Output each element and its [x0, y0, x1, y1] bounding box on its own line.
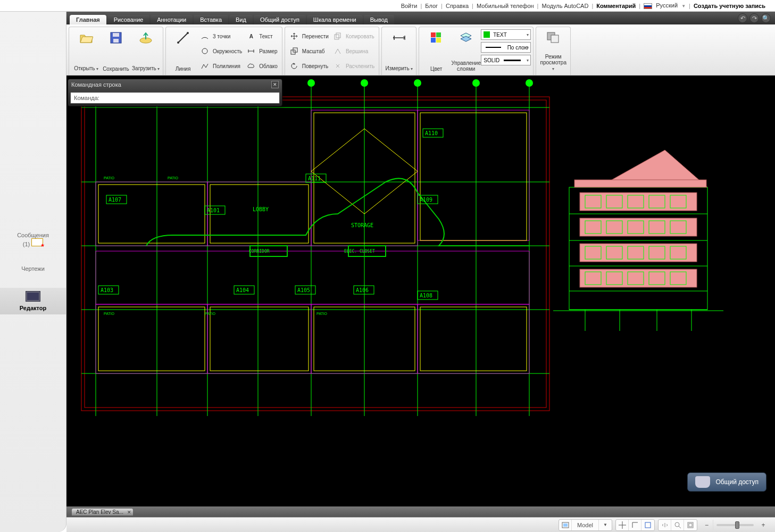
tab-insert[interactable]: Вставка	[194, 15, 228, 24]
chevron-down-icon: ▼	[681, 4, 686, 9]
command-window[interactable]: Командная строка ✕ Команда:	[68, 79, 282, 106]
zoom-out-button[interactable]: −	[701, 520, 713, 530]
svg-point-6	[187, 32, 189, 34]
measure-button[interactable]: Измерить	[384, 29, 414, 73]
line-button[interactable]: Линия	[168, 29, 198, 73]
svg-text:STORAGE: STORAGE	[351, 222, 373, 228]
svg-text:PATIO: PATIO	[316, 312, 328, 315]
explode-icon	[333, 62, 343, 70]
polyline-button[interactable]: Полилиния	[198, 61, 244, 71]
tab-drawing[interactable]: Рисование	[107, 15, 149, 24]
open-button[interactable]: Открыть	[71, 29, 101, 73]
search-button[interactable]: 🔍	[761, 13, 771, 23]
ortho-icon[interactable]	[629, 520, 641, 530]
zoom-extents-icon[interactable]	[684, 520, 697, 530]
command-window-title: Командная строка	[71, 81, 121, 88]
autocad-plugin-link[interactable]: Модуль AutoCAD	[541, 3, 588, 9]
svg-point-39	[361, 79, 368, 87]
svg-text:A109: A109	[420, 197, 432, 203]
cloud-button[interactable]: Облако	[244, 61, 280, 71]
feedback-link[interactable]: Комментарий	[596, 3, 636, 9]
svg-rect-19	[85, 100, 546, 408]
view-mode-icon	[547, 30, 560, 45]
linetype-select[interactable]: По слою	[481, 42, 531, 53]
tab-share[interactable]: Общий доступ	[254, 15, 306, 24]
zoom-slider[interactable]	[716, 524, 754, 526]
svg-rect-12	[431, 32, 436, 37]
svg-rect-2	[113, 39, 119, 43]
close-tab-icon[interactable]: ✕	[127, 510, 131, 515]
osnap-icon[interactable]	[641, 520, 654, 530]
zoom-thumb[interactable]	[735, 521, 739, 529]
ribbon-tabs: Главная Рисование Аннотации Вставка Вид …	[66, 12, 775, 24]
tab-home[interactable]: Главная	[70, 15, 106, 24]
crosshair-icon[interactable]	[616, 520, 629, 530]
drawing-canvas[interactable]: Командная строка ✕ Команда:	[66, 76, 775, 506]
share-overlay-button[interactable]: Общий доступ	[687, 472, 766, 492]
tab-annotations[interactable]: Аннотации	[151, 15, 193, 24]
svg-line-4	[178, 33, 188, 43]
text-button[interactable]: A Текст	[244, 31, 280, 41]
floppy-icon	[110, 30, 122, 45]
svg-text:CORRIDOR: CORRIDOR	[249, 249, 270, 254]
zoom-in-button[interactable]: +	[757, 520, 770, 530]
model-space-selector[interactable]: Model ▼	[559, 519, 612, 531]
command-input[interactable]: Команда:	[70, 92, 280, 104]
measure-icon	[392, 30, 406, 45]
scale-button[interactable]: Масштаб	[287, 46, 331, 56]
close-icon[interactable]: ✕	[271, 81, 279, 88]
svg-text:PATIO: PATIO	[104, 312, 115, 315]
circle-icon	[200, 47, 210, 55]
login-link[interactable]: Войти	[401, 3, 418, 9]
rotate-button[interactable]: Повернуть	[287, 61, 331, 71]
redo-button[interactable]: ↷	[749, 13, 759, 23]
lineweight-select[interactable]: SOLID	[481, 55, 531, 65]
ribbon-group-draw: Линия 3 точки Окружность	[165, 27, 282, 75]
copy-button: Копировать	[331, 31, 377, 41]
move-button[interactable]: Перенести	[287, 31, 331, 41]
color-button[interactable]: Цвет	[421, 29, 451, 73]
chevron-down-icon[interactable]: ▼	[599, 520, 612, 530]
help-link[interactable]: Справка	[446, 3, 469, 9]
svg-rect-131	[645, 522, 651, 528]
svg-rect-11	[336, 33, 340, 38]
sidebar-drawings[interactable]: Чертежи	[21, 263, 45, 272]
mail-icon	[31, 238, 43, 246]
layer-select[interactable]: TEXT	[481, 29, 531, 40]
create-account-link[interactable]: Создать учетную запись	[694, 3, 765, 9]
svg-text:PATIO: PATIO	[104, 176, 115, 180]
folder-open-icon	[79, 30, 93, 45]
sidebar-editor[interactable]: Редактор	[0, 288, 66, 314]
svg-point-40	[414, 79, 421, 87]
svg-text:A103: A103	[101, 287, 113, 293]
upload-button[interactable]: Загрузить	[131, 29, 161, 73]
pan-icon[interactable]	[659, 520, 671, 530]
blog-link[interactable]: Блог	[425, 3, 438, 9]
layers-button[interactable]: Управлениеслоями	[451, 29, 481, 73]
circle-button[interactable]: Окружность	[198, 46, 244, 56]
svg-rect-14	[431, 38, 436, 43]
save-button[interactable]: Сохранить	[101, 29, 131, 73]
person-icon	[695, 476, 710, 488]
zoom-window-icon[interactable]	[671, 520, 684, 530]
tab-output[interactable]: Вывод	[364, 15, 394, 24]
file-tab[interactable]: AEC Plan Elev Sa... ✕	[72, 509, 133, 516]
dimension-button[interactable]: Размер	[244, 46, 280, 56]
undo-button[interactable]: ↶	[738, 13, 747, 23]
tab-timeline[interactable]: Шкала времени	[307, 15, 363, 24]
scale-icon	[289, 47, 299, 55]
left-sidebar: Сообщения (1) Чертежи Редактор	[0, 12, 66, 532]
tab-view[interactable]: Вид	[229, 15, 253, 24]
sidebar-messages[interactable]: Сообщения (1)	[17, 230, 49, 247]
svg-rect-59	[420, 307, 527, 371]
language-selector[interactable]: Русский ▼	[644, 2, 686, 9]
three-points-button[interactable]: 3 точки	[198, 31, 244, 41]
view-mode-button[interactable]: Режимпросмотра	[538, 29, 568, 73]
text-icon: A	[246, 32, 256, 40]
arc-3pt-icon	[200, 32, 210, 40]
copy-icon	[333, 32, 343, 40]
color-palette-icon	[430, 30, 442, 45]
svg-rect-52	[98, 185, 205, 243]
svg-rect-47	[96, 251, 529, 304]
mobile-link[interactable]: Мобильный телефон	[477, 3, 534, 9]
